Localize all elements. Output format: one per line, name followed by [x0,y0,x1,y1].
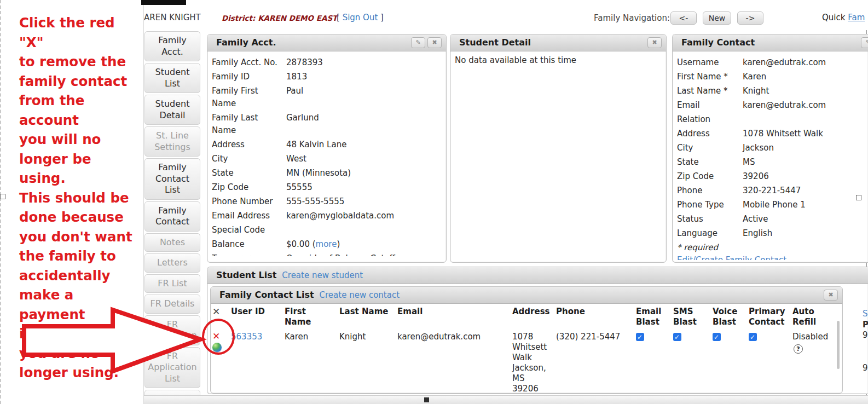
field-value: Karen [743,71,863,83]
auto-refill-status: Disabled [792,332,828,342]
field-value: Paul [286,85,441,110]
field-label: Language [677,227,743,240]
screenshot-stage: AREN KNIGHT District: KAREN DEMO EAST [ … [0,0,868,404]
sidebar-item-family-contact-list[interactable]: Family Contact List [144,158,200,200]
cell-primary-contact [749,327,792,394]
field-row: StateMS [677,155,863,169]
col-voice-blast: Voice Blast [713,305,749,327]
paren-close: ) [337,239,340,249]
clipped-student-link[interactable]: S [863,309,868,319]
balance-more-link[interactable]: more [316,239,337,249]
sidebar-item-student-list[interactable]: Student List [144,63,200,93]
field-label: Last Name * [677,85,743,97]
field-label: City [677,142,743,154]
family-nav-next-button[interactable]: -> [737,11,763,25]
cell-last-name: Knight [339,327,397,394]
close-button[interactable]: ✖ [427,37,442,48]
field-row: Usernamekaren@edutrak.com [677,55,863,70]
col-email-blast: Email Blast [636,305,673,327]
field-row: Family ID1813 [212,70,441,84]
clipped-value: 9 [863,363,868,373]
clipped-link-row: Edit/Create Family Contact [677,255,863,260]
field-label: City [212,153,286,165]
bracket-open: [ [337,13,343,22]
selection-handle-bottom [424,397,429,402]
field-value: karen@myglobaldata.com [286,210,441,222]
family-acct-panel-header: Family Acct. ✎ ✖ [207,34,446,51]
app-header: AREN KNIGHT District: KAREN DEMO EAST [ … [142,0,868,30]
field-label: Family First Name [212,85,286,110]
sign-out-wrap: [ Sign Out ] [337,13,384,22]
field-value [286,224,441,236]
quick-label: Quick [822,13,848,22]
field-value [743,113,863,126]
email-blast-checkbox[interactable] [636,333,644,341]
family-nav-new-button[interactable]: New [703,11,731,25]
field-row: Family Acct. No.2878393 [212,55,441,70]
selection-handle-right [856,195,861,200]
col-email: Email [397,305,512,327]
close-button[interactable]: ✖ [824,290,838,301]
primary-contact-checkbox[interactable] [749,333,757,341]
family-contact-panel: Family Contact ✎ Usernamekaren@edutrak.c… [672,34,868,263]
field-row: Emailkaren@edutrak.com [677,98,863,112]
user-id-link[interactable]: 563353 [231,332,262,342]
voice-blast-checkbox[interactable] [713,333,721,341]
pencil-icon: ✎ [865,39,868,46]
bottom-scroll-strip[interactable] [142,395,868,404]
field-row: Special Code [212,223,441,237]
family-contact-body: Usernamekaren@edutrak.com First Name *Ka… [673,51,868,263]
cell-phone: (320) 221-5447 [556,327,636,394]
field-row: Address1078 Whitsett Walk [677,126,863,141]
help-icon[interactable]: ? [794,344,803,354]
sidebar-item-family-acct[interactable]: Family Acct. [144,31,200,61]
red-highlight-circle [202,319,235,355]
sidebar-item-student-detail[interactable]: Student Detail [144,95,200,125]
field-row: First Name *Karen [677,70,863,84]
field-label: Email Address [212,210,286,222]
district-label: District: KAREN DEMO EAST [222,14,337,22]
clipped-field-row: TemporaryOverride of Balance Cutoff [212,251,441,256]
quick-family-link[interactable]: Fam [848,13,865,22]
student-list-title: Student List [216,270,276,280]
field-row: Zip Code55555 [212,180,441,194]
sign-out-link[interactable]: Sign Out [343,13,378,22]
edit-create-link[interactable]: Edit/Create Family Contact [677,255,786,260]
family-nav-prev-button[interactable]: <- [670,11,697,25]
edit-button[interactable]: ✎ [861,37,868,48]
cell-address: 1078 Whitsett Walk Jackson, MS 39206 [512,327,553,394]
field-value: Jackson [743,142,863,154]
field-value: 1813 [286,71,441,83]
vertical-scrollbar-thumb[interactable] [837,321,840,369]
field-row: Last Name *Knight [677,84,863,98]
clipped-value: 9 [863,330,868,340]
sidebar-item-notes: Notes [144,233,200,252]
col-auto-refill: Auto Refill [792,305,838,327]
field-row: Family First NamePaul [212,84,441,111]
edit-button[interactable]: ✎ [411,37,425,48]
balance-row: Balance$0.00 (more) [212,237,441,251]
family-contact-panel-header: Family Contact ✎ [673,34,868,51]
field-row: Address48 Kalvin Lane [212,137,441,152]
close-button[interactable]: ✖ [647,37,662,48]
field-row: StateMN (Minnesota) [212,166,441,180]
field-label: Family Acct. No. [212,56,286,69]
field-value: Knight [743,85,863,97]
cell-first-name: Karen [285,327,339,394]
col-last-name: Last Name [339,305,397,327]
cell-email: karen@edutrak.com [397,327,512,394]
field-label: Special Code [212,224,286,236]
family-navigation-label: Family Navigation: [594,13,670,23]
sms-blast-checkbox[interactable] [673,333,681,341]
create-new-student-link[interactable]: Create new student [282,270,363,280]
field-row: Phone TypeMobile Phone 1 [677,198,863,212]
field-value: Mobile Phone 1 [743,199,863,211]
col-phone: Phone [556,305,636,327]
create-new-contact-link[interactable]: Create new contact [320,290,400,300]
field-row: Phone Number555-555-5555 [212,194,441,209]
field-row: StatusActive [677,212,863,226]
field-label: Temporary [212,252,286,257]
sidebar-item-family-contact[interactable]: Family Contact [144,201,200,232]
red-arrow [20,304,228,378]
field-label: First Name * [677,71,743,83]
